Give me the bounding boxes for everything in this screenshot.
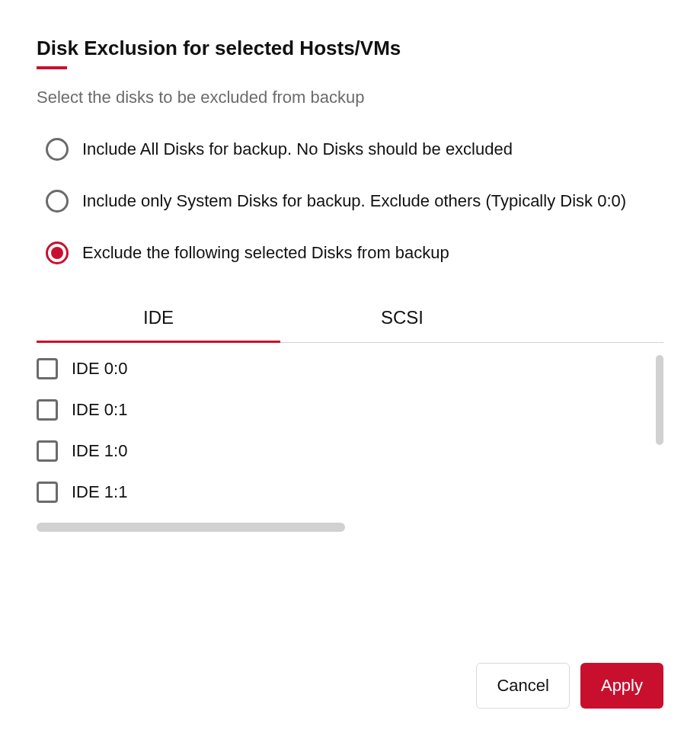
disk-label: IDE 0:0: [72, 359, 127, 379]
radio-label: Include All Disks for backup. No Disks s…: [82, 139, 513, 159]
disk-item-ide-0-0[interactable]: IDE 0:0: [37, 358, 663, 379]
radio-include-all[interactable]: Include All Disks for backup. No Disks s…: [46, 138, 663, 161]
dialog-content: Disk Exclusion for selected Hosts/VMs Se…: [37, 37, 663, 538]
radio-exclude-selected[interactable]: Exclude the following selected Disks fro…: [46, 242, 663, 264]
disk-type-tabs: IDE SCSI: [37, 293, 663, 343]
tab-scsi[interactable]: SCSI: [280, 293, 524, 342]
radio-label: Include only System Disks for backup. Ex…: [82, 191, 626, 211]
disk-label: IDE 1:0: [72, 441, 127, 461]
radio-include-system[interactable]: Include only System Disks for backup. Ex…: [46, 190, 663, 213]
radio-icon: [46, 242, 69, 264]
disk-list: IDE 0:0 IDE 0:1 IDE 1:0 IDE 1:1: [37, 355, 663, 503]
disk-item-ide-1-0[interactable]: IDE 1:0: [37, 440, 663, 462]
cancel-button[interactable]: Cancel: [476, 663, 569, 709]
radio-label: Exclude the following selected Disks fro…: [82, 243, 449, 263]
radio-icon: [46, 138, 69, 161]
disk-label: IDE 1:1: [72, 482, 127, 502]
disk-label: IDE 0:1: [72, 400, 127, 420]
dialog-subtitle: Select the disks to be excluded from bac…: [37, 88, 663, 107]
checkbox-icon: [37, 440, 58, 462]
dialog-title: Disk Exclusion for selected Hosts/VMs: [37, 37, 401, 60]
tab-ide[interactable]: IDE: [37, 293, 280, 342]
disk-item-ide-0-1[interactable]: IDE 0:1: [37, 399, 663, 421]
checkbox-icon: [37, 358, 58, 379]
checkbox-icon: [37, 399, 58, 421]
dialog-footer: Cancel Apply: [476, 663, 663, 709]
apply-button[interactable]: Apply: [580, 663, 663, 709]
disk-item-ide-1-1[interactable]: IDE 1:1: [37, 482, 663, 503]
vertical-scrollbar[interactable]: [656, 355, 663, 445]
title-underline: [37, 66, 67, 69]
horizontal-scrollbar[interactable]: [37, 523, 345, 532]
exclusion-radio-group: Include All Disks for backup. No Disks s…: [37, 138, 663, 264]
radio-icon: [46, 190, 69, 213]
disk-list-wrapper: IDE 0:0 IDE 0:1 IDE 1:0 IDE 1:1: [37, 355, 663, 538]
checkbox-icon: [37, 482, 58, 503]
